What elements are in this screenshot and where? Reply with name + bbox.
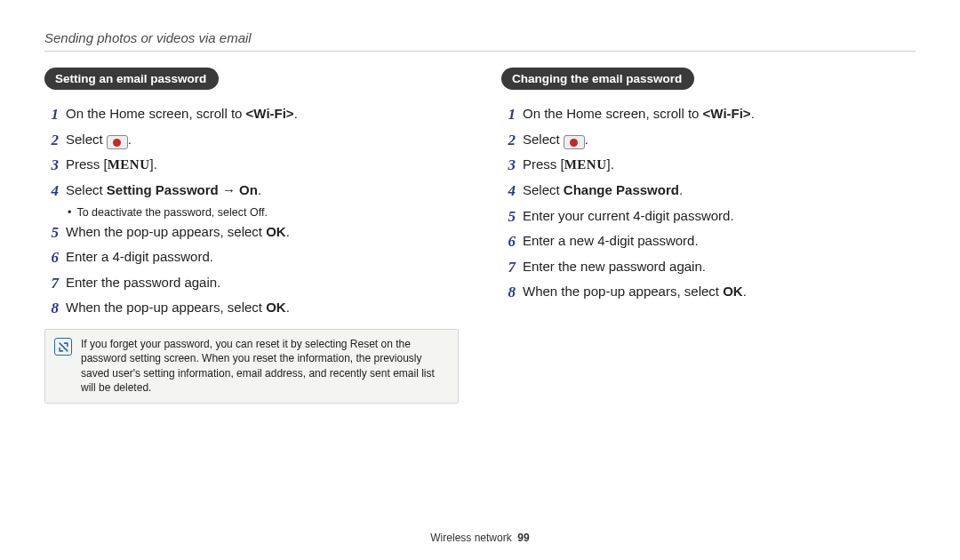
- menu-label: MENU: [108, 157, 150, 172]
- left-column: Setting an email password 1On the Home s…: [44, 68, 459, 404]
- text-run: Select: [523, 132, 564, 147]
- right-heading-pill: Changing the email password: [501, 68, 694, 90]
- text-run: .: [264, 206, 267, 219]
- text-run: Enter a 4-digit password.: [66, 249, 213, 264]
- step-item: 6Enter a new 4-digit password.: [501, 231, 916, 253]
- text-run: On the Home screen, scroll to: [523, 106, 703, 121]
- text-run: .: [286, 300, 290, 315]
- left-steps-list: 1On the Home screen, scroll to <Wi-Fi>.2…: [44, 104, 459, 320]
- text-run: .: [751, 106, 755, 121]
- divider: [44, 51, 916, 52]
- step-item: 1On the Home screen, scroll to <Wi-Fi>.: [501, 104, 916, 126]
- bold-text: OK: [266, 224, 286, 239]
- text-run: Enter the new password again.: [523, 259, 706, 274]
- note-icon: [54, 338, 72, 356]
- footer-page-number: 99: [517, 532, 529, 544]
- bold-text: Change Password: [564, 182, 679, 197]
- step-number: 7: [501, 257, 516, 279]
- text-run: Select: [523, 182, 564, 197]
- step-number: 5: [44, 222, 59, 244]
- bold-text: <Wi-Fi>: [703, 106, 751, 121]
- step-number: 8: [44, 298, 59, 320]
- step-number: 5: [501, 206, 516, 228]
- text-run: .: [679, 182, 683, 197]
- step-body: When the pop-up appears, select OK.: [66, 298, 290, 317]
- email-app-icon: [564, 135, 585, 149]
- step-body: Select .: [66, 130, 132, 150]
- email-app-icon: [107, 135, 128, 149]
- step-body: Enter a 4-digit password.: [66, 247, 213, 267]
- step-item: 5Enter your current 4-digit password.: [501, 206, 916, 228]
- step-item: 8When the pop-up appears, select OK.: [501, 282, 916, 304]
- text-run: Enter your current 4-digit password.: [523, 208, 734, 223]
- bold-text: Off: [250, 206, 264, 219]
- bold-text: OK: [723, 284, 743, 299]
- text-run: .: [743, 284, 747, 299]
- step-number: 2: [44, 130, 59, 152]
- step-number: 1: [501, 104, 516, 126]
- menu-label: MENU: [564, 157, 607, 172]
- step-body: On the Home screen, scroll to <Wi-Fi>.: [66, 104, 298, 124]
- step-item: 7Enter the new password again.: [501, 257, 916, 279]
- step-body: Press [MENU].: [523, 155, 614, 175]
- step-item: 8When the pop-up appears, select OK.: [44, 298, 459, 320]
- step-body: Press [MENU].: [66, 155, 157, 175]
- step-number: 2: [501, 130, 516, 152]
- text-run: Enter a new 4-digit password.: [523, 233, 699, 248]
- step-body: Enter the password again.: [66, 273, 220, 292]
- subnote-text: To deactivate the password, select Off.: [76, 206, 268, 219]
- footer-section: Wireless network: [430, 532, 511, 544]
- note-text: If you forget your password, you can res…: [81, 337, 449, 395]
- bold-text: OK: [266, 300, 286, 315]
- text-run: .: [286, 224, 290, 239]
- text-run: To deactivate the password, select: [76, 206, 250, 219]
- step-item: 3Press [MENU].: [44, 155, 459, 177]
- step-number: 4: [501, 180, 516, 203]
- page-footer: Wireless network 99: [0, 532, 960, 544]
- step-number: 6: [44, 247, 59, 269]
- text-run: .: [294, 106, 298, 121]
- info-note: If you forget your password, you can res…: [44, 329, 459, 404]
- text-run: ].: [150, 156, 157, 172]
- step-item: 3Press [MENU].: [501, 155, 916, 177]
- text-run: When the pop-up appears, select: [66, 224, 266, 239]
- step-number: 1: [44, 104, 59, 126]
- step-body: Enter the new password again.: [523, 257, 706, 276]
- step-body: On the Home screen, scroll to <Wi-Fi>.: [523, 104, 755, 124]
- step-body: When the pop-up appears, select OK.: [66, 222, 290, 242]
- step-item: 2Select .: [44, 130, 459, 152]
- text-run: .: [128, 132, 132, 147]
- text-run: When the pop-up appears, select: [523, 284, 723, 299]
- step-body: Select Change Password.: [523, 180, 683, 200]
- step-item: 7Enter the password again.: [44, 273, 459, 295]
- text-run: Select: [66, 182, 107, 197]
- bold-text: <Wi-Fi>: [246, 106, 294, 121]
- left-heading-pill: Setting an email password: [44, 68, 219, 90]
- text-run: Press [: [523, 156, 564, 172]
- step-item: 4Select Change Password.: [501, 180, 916, 203]
- step-item: 6Enter a 4-digit password.: [44, 247, 459, 269]
- step-body: Enter a new 4-digit password.: [523, 231, 699, 251]
- text-run: .: [258, 182, 261, 197]
- bold-text: On: [239, 182, 258, 197]
- step-body: When the pop-up appears, select OK.: [523, 282, 747, 301]
- text-run: Select: [66, 132, 107, 147]
- text-run: →: [219, 182, 239, 197]
- step-number: 7: [44, 273, 59, 295]
- step-number: 4: [44, 180, 59, 203]
- step-subnote: To deactivate the password, select Off.: [68, 206, 459, 219]
- bold-text: Setting Password: [107, 182, 219, 197]
- text-run: Press [: [66, 156, 108, 172]
- manual-page: Sending photos or videos via email Setti…: [0, 0, 960, 560]
- right-column: Changing the email password 1On the Home…: [501, 68, 916, 404]
- bullet-icon: [68, 206, 71, 219]
- step-item: 5When the pop-up appears, select OK.: [44, 222, 459, 244]
- step-number: 8: [501, 282, 516, 304]
- step-item: 2Select .: [501, 130, 916, 152]
- text-run: .: [585, 132, 588, 147]
- text-run: When the pop-up appears, select: [66, 300, 266, 315]
- two-column-layout: Setting an email password 1On the Home s…: [44, 68, 916, 404]
- step-item: 4Select Setting Password → On.: [44, 180, 459, 203]
- step-body: Enter your current 4-digit password.: [523, 206, 734, 226]
- text-run: ].: [607, 156, 614, 172]
